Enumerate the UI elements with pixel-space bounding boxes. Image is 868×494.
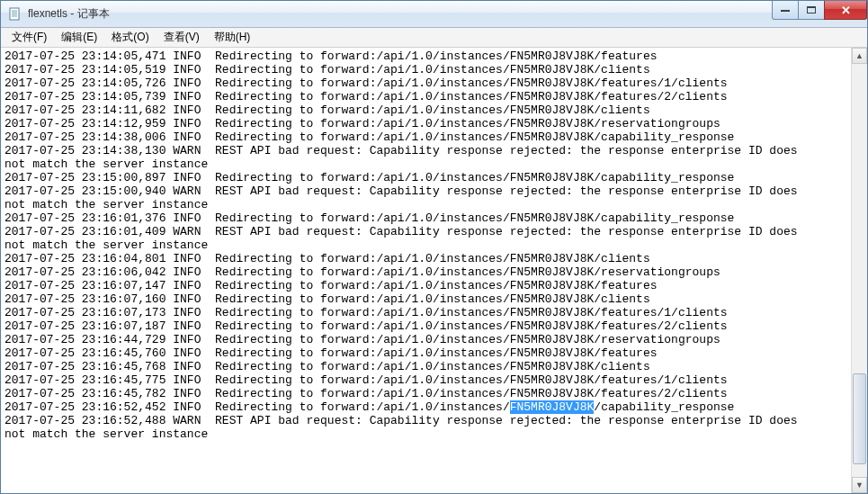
- menu-file[interactable]: 文件(F): [4, 28, 54, 47]
- editor-area: 2017-07-25 23:14:05,471 INFO Redirecting…: [1, 48, 867, 493]
- scroll-down-button[interactable]: ▼: [852, 477, 867, 493]
- close-button[interactable]: ✕: [824, 1, 867, 20]
- menubar: 文件(F) 编辑(E) 格式(O) 查看(V) 帮助(H): [1, 28, 867, 48]
- minimize-icon: [781, 9, 790, 12]
- menu-edit[interactable]: 编辑(E): [54, 28, 104, 47]
- maximize-icon: [807, 6, 816, 13]
- menu-help[interactable]: 帮助(H): [207, 28, 258, 47]
- notepad-icon: [8, 7, 22, 22]
- chevron-down-icon: ▼: [855, 481, 864, 490]
- vertical-scrollbar[interactable]: ▲ ▼: [851, 48, 867, 493]
- scroll-up-button[interactable]: ▲: [852, 48, 867, 64]
- close-icon: ✕: [841, 4, 851, 17]
- titlebar[interactable]: flexnetls - 记事本 ✕: [1, 1, 867, 28]
- notepad-window: flexnetls - 记事本 ✕ 文件(F) 编辑(E) 格式(O) 查看(V…: [0, 0, 868, 494]
- window-controls: ✕: [773, 1, 867, 20]
- chevron-up-icon: ▲: [855, 51, 864, 60]
- scroll-thumb[interactable]: [853, 373, 866, 464]
- text-content[interactable]: 2017-07-25 23:14:05,471 INFO Redirecting…: [1, 48, 851, 493]
- menu-format[interactable]: 格式(O): [104, 28, 156, 47]
- scroll-track[interactable]: [852, 64, 867, 477]
- menu-view[interactable]: 查看(V): [157, 28, 207, 47]
- minimize-button[interactable]: [772, 1, 799, 20]
- maximize-button[interactable]: [798, 1, 825, 20]
- window-title: flexnetls - 记事本: [28, 6, 110, 22]
